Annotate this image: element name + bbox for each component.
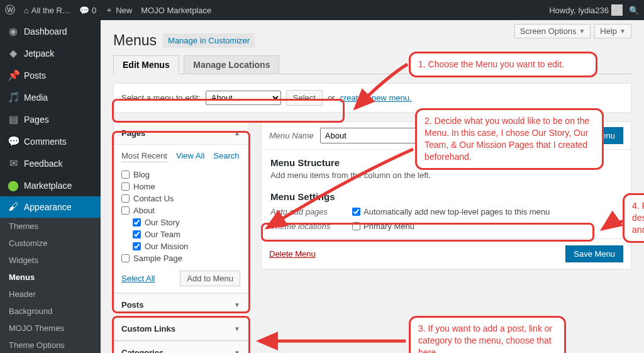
menu-name-row: Menu Name Save Menu: [261, 121, 631, 150]
admin-toolbar: ⓦ ⌂ All the R… 💬 0 ＋ New MOJO Marketplac…: [0, 0, 644, 20]
or-text: or: [328, 93, 335, 103]
auto-add-check-label[interactable]: Automatically add new top-level pages to…: [352, 207, 550, 216]
sub-themes[interactable]: Themes: [0, 218, 101, 235]
home-icon: ⌂: [24, 6, 29, 15]
sub-mojo-themes[interactable]: MOJO Themes: [0, 320, 101, 337]
menu-editor-column: Menu Name Save Menu Menu Structure Add m…: [261, 121, 631, 269]
page-item[interactable]: Blog: [121, 169, 240, 181]
media-icon: 🎵: [8, 91, 19, 103]
comments-link[interactable]: 💬 0: [79, 6, 96, 15]
panel-pages: Pages▲ Most Recent View All Search Blog …: [113, 121, 248, 293]
admin-sidebar: ◉Dashboard ◆Jetpack 📌Posts 🎵Media ▤Pages…: [0, 20, 101, 353]
sidebar-item-jetpack[interactable]: ◆Jetpack: [0, 42, 101, 64]
page-checkbox[interactable]: [121, 171, 130, 179]
sub-background[interactable]: Background: [0, 303, 101, 320]
site-title[interactable]: ⌂ All the R…: [24, 6, 70, 15]
pin-icon: 📌: [8, 69, 19, 81]
avatar: [611, 4, 623, 16]
theme-loc-row: Theme locations Primary Menu: [270, 219, 622, 233]
sidebar-item-posts[interactable]: 📌Posts: [0, 64, 101, 86]
select-menu-label: Select a menu to edit:: [121, 93, 201, 103]
comments-icon: 💬: [8, 135, 19, 147]
feedback-icon: ✉: [8, 157, 19, 169]
chevron-down-icon: ▼: [234, 349, 240, 353]
comment-icon: 💬: [79, 6, 89, 15]
tab-edit-menus[interactable]: Edit Menus: [113, 55, 179, 74]
panel-categories: Categories▼: [113, 341, 248, 353]
delete-menu-link[interactable]: Delete Menu: [269, 249, 316, 259]
sidebar-item-dashboard[interactable]: ◉Dashboard: [0, 20, 101, 42]
sidebar-item-feedback[interactable]: ✉Feedback: [0, 152, 101, 174]
menu-structure-title: Menu Structure: [270, 157, 622, 168]
manage-customizer-link[interactable]: Manage in Customizer: [163, 33, 255, 48]
panel-pages-head[interactable]: Pages▲: [114, 122, 248, 145]
page-checkbox[interactable]: [133, 230, 141, 238]
save-menu-button-top[interactable]: Save Menu: [565, 127, 623, 144]
theme-loc-label: Theme locations: [270, 221, 333, 231]
howdy-user[interactable]: Howdy, lydia236: [549, 4, 623, 16]
wp-logo-icon[interactable]: ⓦ: [5, 4, 15, 17]
sidebar-item-comments[interactable]: 💬Comments: [0, 130, 101, 152]
panel-categories-head[interactable]: Categories▼: [114, 342, 248, 353]
page-item[interactable]: Contact Us: [121, 193, 240, 205]
panel-posts: Posts▼: [113, 293, 248, 317]
pages-tab-recent[interactable]: Most Recent: [121, 151, 167, 162]
sub-customize[interactable]: Customize: [0, 235, 101, 252]
menu-select[interactable]: About: [206, 91, 281, 105]
theme-loc-checkbox[interactable]: [352, 222, 360, 230]
page-checkbox[interactable]: [121, 206, 130, 215]
menu-name-label: Menu Name: [269, 131, 314, 140]
search-icon[interactable]: 🔍: [629, 6, 639, 15]
page-item[interactable]: About: [121, 205, 240, 216]
jetpack-icon: ◆: [8, 47, 19, 59]
auto-add-row: Auto add pages Automatically add new top…: [270, 205, 622, 219]
add-to-menu-button[interactable]: Add to Menu: [180, 271, 240, 286]
plus-icon: ＋: [105, 4, 113, 16]
dashboard-icon: ◉: [8, 25, 19, 37]
panel-posts-head[interactable]: Posts▼: [114, 294, 248, 317]
nav-tabs: Edit Menus Manage Locations: [113, 52, 631, 74]
page-checkbox[interactable]: [133, 218, 141, 227]
menu-footer: Delete Menu Save Menu: [261, 239, 631, 269]
page-item[interactable]: Sample Page: [121, 252, 240, 264]
sub-menus[interactable]: Menus: [0, 269, 101, 286]
sub-header[interactable]: Header: [0, 286, 101, 303]
select-button[interactable]: Select: [286, 90, 323, 106]
page-checkbox[interactable]: [121, 182, 130, 191]
save-menu-button-bottom[interactable]: Save Menu: [565, 245, 623, 262]
tab-manage-locations[interactable]: Manage Locations: [184, 55, 279, 74]
auto-add-checkbox[interactable]: [352, 208, 360, 216]
mojo-link[interactable]: MOJO Marketplace: [141, 6, 211, 15]
page-item[interactable]: Our Team: [121, 228, 240, 240]
appearance-icon: 🖌: [8, 201, 19, 213]
panel-custom-links-head[interactable]: Custom Links▼: [114, 318, 248, 340]
auto-add-label: Auto add pages: [270, 207, 333, 216]
menu-structure-help: Add menu items from the column on the le…: [270, 171, 622, 180]
sidebar-submenu: Themes Customize Widgets Menus Header Ba…: [0, 218, 101, 353]
page-checkbox[interactable]: [121, 254, 130, 262]
select-all-link[interactable]: Select All: [121, 274, 155, 283]
chevron-down-icon: ▼: [234, 301, 240, 308]
pages-tab-search[interactable]: Search: [213, 151, 239, 162]
sidebar-item-marketplace[interactable]: ⬤Marketplace: [0, 174, 101, 196]
create-new-menu-link[interactable]: create a new menu.: [340, 93, 411, 103]
pages-tab-viewall[interactable]: View All: [176, 151, 204, 162]
new-link[interactable]: ＋ New: [105, 4, 132, 16]
sidebar-item-appearance[interactable]: 🖌Appearance: [0, 196, 101, 218]
screen-options-button[interactable]: Screen Options ▼: [514, 24, 591, 38]
chevron-up-icon: ▲: [234, 130, 240, 137]
sub-widgets[interactable]: Widgets: [0, 252, 101, 269]
page-item[interactable]: Our Story: [121, 216, 240, 228]
page-item[interactable]: Our Mission: [121, 240, 240, 252]
menu-name-input[interactable]: [320, 128, 433, 143]
chevron-down-icon: ▼: [234, 325, 240, 332]
sidebar-item-media[interactable]: 🎵Media: [0, 86, 101, 108]
sidebar-item-pages[interactable]: ▤Pages: [0, 108, 101, 130]
help-button[interactable]: Help ▼: [594, 24, 631, 38]
sub-theme-options[interactable]: Theme Options: [0, 337, 101, 353]
chevron-down-icon: ▼: [619, 28, 626, 35]
theme-loc-check-label[interactable]: Primary Menu: [352, 221, 414, 231]
page-checkbox[interactable]: [133, 242, 141, 250]
page-checkbox[interactable]: [121, 194, 130, 203]
page-item[interactable]: Home: [121, 181, 240, 193]
